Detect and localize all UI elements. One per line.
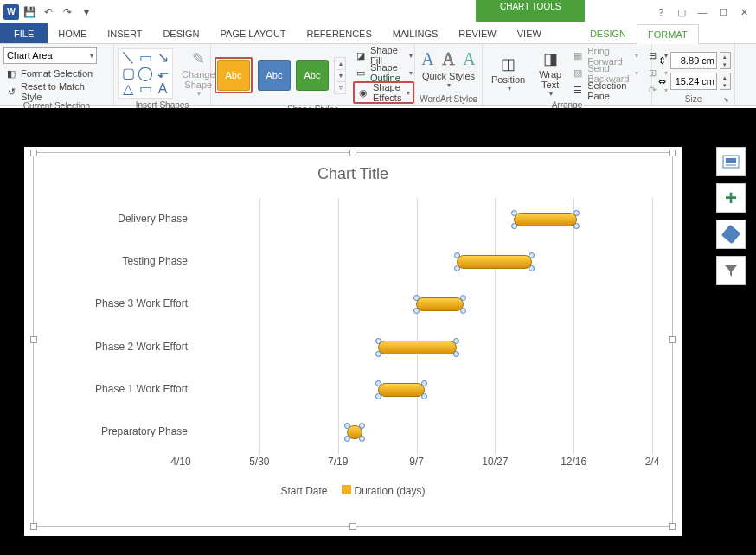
style-gallery-more[interactable]: ▿ — [336, 81, 345, 93]
bar-handle[interactable] — [413, 295, 420, 301]
qat-undo[interactable]: ↶ — [40, 3, 57, 21]
tab-view[interactable]: VIEW — [507, 23, 552, 43]
chart-filters-button[interactable] — [716, 256, 746, 285]
shape-style-preset-2[interactable]: Abc — [258, 60, 291, 91]
qat-redo[interactable]: ↷ — [59, 3, 76, 21]
ribbon-options-button[interactable]: ▢ — [675, 5, 689, 19]
chart-elements-button[interactable]: + — [716, 183, 746, 213]
bring-forward-button[interactable]: ▦Bring Forward▾ — [570, 48, 639, 65]
shape-width-input[interactable] — [670, 73, 717, 90]
shape-fill-button[interactable]: ◪ Shape Fill ▾ — [353, 47, 414, 64]
close-button[interactable]: ✕ — [737, 5, 751, 19]
resize-handle-w[interactable] — [30, 336, 37, 343]
resize-handle-se[interactable] — [669, 523, 676, 530]
format-selection-button[interactable]: ◧ Format Selection — [3, 65, 110, 82]
send-backward-button[interactable]: ▧Send Backward▾ — [570, 65, 639, 82]
shape-oval-icon[interactable]: ◯ — [138, 67, 153, 80]
selection-pane-button[interactable]: ☰Selection Pane — [570, 82, 639, 99]
legend-entry-startdate[interactable]: Start Date — [280, 485, 327, 497]
wordart-launcher[interactable]: ⬊ — [471, 96, 477, 104]
width-down[interactable]: ▾ — [720, 81, 730, 89]
bar-handle[interactable] — [573, 223, 580, 229]
bar-handle[interactable] — [511, 210, 517, 216]
data-bar[interactable] — [378, 341, 457, 354]
shapes-gallery[interactable]: ＼ ▭ ↘ ▢ ◯ ⬐ △ ▭ A — [118, 48, 173, 99]
shape-line-icon[interactable]: ＼ — [120, 51, 136, 65]
quick-styles-button[interactable]: Quick Styles ▾ — [422, 71, 475, 89]
change-shape-button[interactable]: ✎ Change Shape ▾ — [176, 47, 221, 99]
tab-review[interactable]: REVIEW — [448, 23, 506, 43]
shape-rect-icon[interactable]: ▭ — [138, 51, 153, 65]
resize-handle-sw[interactable] — [30, 523, 37, 530]
bar-handle[interactable] — [511, 223, 517, 229]
help-button[interactable]: ? — [654, 5, 668, 19]
data-bar[interactable] — [514, 213, 577, 226]
shape-connector-icon[interactable]: ⬐ — [155, 67, 170, 80]
tab-chart-format[interactable]: FORMAT — [637, 24, 699, 44]
shape-triangle-icon[interactable]: △ — [120, 82, 136, 96]
resize-handle-e[interactable] — [669, 336, 676, 343]
bar-handle[interactable] — [453, 351, 459, 357]
data-bar[interactable] — [416, 297, 464, 311]
chart-element-selector[interactable]: Chart Area ▾ — [3, 47, 97, 64]
chart-styles-button[interactable] — [716, 220, 746, 249]
bar-handle[interactable] — [375, 338, 381, 344]
resize-handle-s[interactable] — [349, 523, 356, 530]
qat-save[interactable]: 💾 — [21, 3, 38, 21]
plot-area[interactable] — [181, 198, 650, 452]
position-button[interactable]: ◫ Position ▾ — [486, 52, 530, 94]
height-up[interactable]: ▴ — [720, 53, 730, 61]
tab-chart-design[interactable]: DESIGN — [580, 23, 637, 43]
bar-handle[interactable] — [529, 252, 535, 258]
height-down[interactable]: ▾ — [720, 61, 730, 68]
shape-rect2-icon[interactable]: ▢ — [120, 67, 136, 80]
tab-file[interactable]: FILE — [0, 23, 48, 43]
maximize-button[interactable]: ☐ — [716, 5, 730, 19]
style-gallery-up[interactable]: ▴ — [336, 58, 345, 69]
bar-handle[interactable] — [453, 338, 459, 344]
legend-entry-duration[interactable]: Duration (days) — [342, 485, 426, 497]
group-button[interactable]: ⊞▾ — [645, 65, 670, 82]
bar-handle[interactable] — [375, 393, 381, 399]
wordart-fill[interactable]: A — [418, 47, 439, 71]
size-launcher[interactable]: ⬊ — [723, 96, 729, 104]
shape-arrow-icon[interactable]: ↘ — [155, 51, 170, 65]
wrap-text-button[interactable]: ◨ Wrap Text ▾ — [534, 47, 567, 99]
bar-handle[interactable] — [529, 265, 535, 271]
style-gallery-down[interactable]: ▾ — [336, 69, 345, 81]
shape-effects-button[interactable]: ◉ Shape Effects ▾ — [356, 84, 412, 101]
chart-object[interactable]: Chart Title Start Date Duration (days) 4… — [24, 147, 682, 536]
qat-customize[interactable]: ▾ — [78, 3, 95, 21]
shape-outline-button[interactable]: ▭ Shape Outline ▾ — [353, 64, 414, 81]
tab-mailings[interactable]: MAILINGS — [382, 23, 449, 43]
tab-design[interactable]: DESIGN — [152, 23, 209, 43]
shape-style-preset-1[interactable]: Abc — [217, 60, 250, 91]
shape-textbox-icon[interactable]: A — [155, 82, 170, 96]
minimize-button[interactable]: — — [695, 5, 709, 19]
chart-layout-button[interactable] — [716, 147, 746, 176]
shape-style-preset-3[interactable]: Abc — [296, 60, 329, 91]
data-bar[interactable] — [378, 383, 426, 397]
resize-handle-n[interactable] — [349, 150, 356, 156]
width-up[interactable]: ▴ — [720, 73, 730, 81]
data-bar[interactable] — [457, 255, 532, 269]
tab-page-layout[interactable]: PAGE LAYOUT — [210, 23, 297, 43]
bar-handle[interactable] — [573, 210, 580, 216]
resize-handle-nw[interactable] — [30, 150, 37, 156]
bar-handle[interactable] — [375, 351, 381, 357]
bar-handle[interactable] — [375, 380, 381, 386]
chart-legend[interactable]: Start Date Duration (days) — [34, 485, 672, 497]
tab-references[interactable]: REFERENCES — [297, 23, 382, 43]
bar-handle[interactable] — [454, 252, 460, 258]
bar-handle[interactable] — [344, 423, 350, 429]
chart-title[interactable]: Chart Title — [34, 165, 672, 183]
data-bar[interactable] — [347, 425, 362, 439]
shape-height-input[interactable] — [670, 52, 717, 69]
bar-handle[interactable] — [454, 265, 460, 271]
wordart-outline[interactable]: A — [439, 47, 459, 71]
shape-rrect-icon[interactable]: ▭ — [138, 82, 153, 96]
reset-style-button[interactable]: ↺ Reset to Match Style — [3, 83, 110, 100]
wordart-effects[interactable]: A — [459, 47, 480, 71]
tab-insert[interactable]: INSERT — [97, 23, 152, 43]
resize-handle-ne[interactable] — [669, 150, 676, 156]
